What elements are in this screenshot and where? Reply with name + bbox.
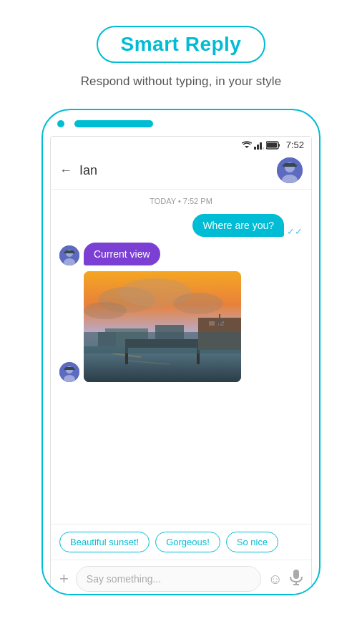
svg-rect-30 (155, 325, 184, 350)
svg-rect-43 (293, 570, 299, 579)
add-button[interactable]: + (59, 570, 69, 588)
mic-button[interactable] (290, 570, 303, 589)
svg-rect-4 (263, 147, 264, 150)
status-bar: 7:52 (51, 137, 311, 152)
phone-dot (57, 120, 64, 127)
emoji-button[interactable]: ☺ (268, 571, 283, 587)
input-bar: + Say something... ☺ (51, 560, 311, 595)
image-message (59, 271, 303, 382)
status-time: 7:52 (286, 140, 304, 150)
small-avatar (59, 245, 79, 265)
svg-rect-28 (105, 328, 148, 350)
reply-chip-2[interactable]: Gorgeous! (155, 532, 220, 552)
chat-header: ← Ian (51, 152, 311, 190)
mic-icon (290, 570, 303, 585)
smart-reply-title: Smart Reply (121, 33, 242, 55)
small-avatar-2 (59, 362, 79, 382)
table-row: Where are you? ✓✓ (59, 214, 303, 237)
double-check-icon: ✓✓ (287, 226, 303, 237)
phone-side-button (319, 196, 321, 232)
subtitle: Respond without typing, in your style (81, 74, 282, 89)
table-row: Current view (59, 243, 303, 265)
sent-message: Where are you? (192, 214, 284, 237)
reply-chip-1[interactable]: Beautiful sunset! (59, 532, 150, 552)
received-message-text: Current view (94, 248, 150, 260)
contact-name: Ian (79, 163, 270, 178)
svg-point-26 (173, 293, 223, 314)
status-icons (242, 141, 280, 150)
svg-rect-1 (254, 147, 256, 150)
photo-message (84, 271, 241, 382)
svg-rect-2 (257, 145, 259, 150)
contact-avatar (277, 157, 303, 183)
svg-rect-3 (260, 142, 262, 150)
phone-top-indicators (43, 110, 319, 127)
smart-reply-chips: Beautiful sunset! Gorgeous! So nice (51, 524, 311, 560)
avatar-small-image (59, 245, 79, 265)
message-input[interactable]: Say something... (76, 566, 261, 592)
svg-rect-34 (127, 339, 198, 348)
avatar-small-image-2 (59, 362, 79, 382)
chat-messages: io TODAY • 7:52 PM Where are you? ✓✓ (51, 190, 311, 524)
timestamp: TODAY • 7:52 PM (59, 197, 303, 205)
svg-rect-22 (64, 369, 75, 370)
svg-rect-17 (64, 252, 75, 253)
phone-bar (74, 120, 153, 127)
app-header: Smart Reply Respond without typing, in y… (81, 26, 282, 89)
smart-reply-badge: Smart Reply (97, 26, 266, 63)
sent-message-text: Where are you? (202, 220, 274, 231)
svg-rect-12 (283, 165, 297, 167)
avatar-image (277, 157, 303, 183)
svg-rect-38 (209, 321, 215, 326)
phone-screen: 7:52 ← Ian io TODAY • 7:52 PM (50, 136, 312, 595)
wifi-icon (242, 141, 252, 150)
signal-icon (254, 141, 264, 150)
sunset-image (84, 271, 241, 382)
svg-marker-0 (245, 146, 249, 148)
svg-point-27 (84, 302, 127, 319)
battery-icon (266, 141, 280, 150)
received-message: Current view (84, 243, 160, 265)
reply-chip-3[interactable]: So nice (226, 532, 278, 552)
svg-rect-7 (278, 144, 280, 147)
input-placeholder: Say something... (87, 573, 161, 585)
phone-frame: 7:52 ← Ian io TODAY • 7:52 PM (41, 109, 321, 595)
svg-rect-29 (98, 332, 116, 350)
svg-rect-6 (267, 142, 277, 147)
back-button[interactable]: ← (59, 163, 72, 178)
svg-rect-31 (84, 346, 241, 382)
message-check: ✓✓ (287, 226, 303, 237)
